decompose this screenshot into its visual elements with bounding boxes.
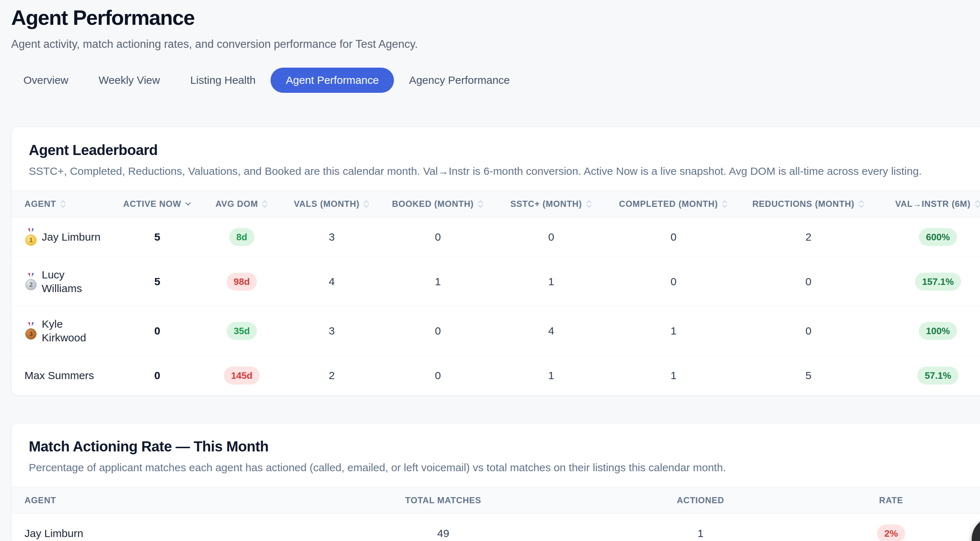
- vals-value: 2: [288, 356, 375, 396]
- page-title: Agent Performance: [11, 5, 980, 30]
- column-header-booked-month[interactable]: BOOKED (MONTH): [375, 191, 501, 217]
- avg-dom-badge: 35d: [227, 322, 257, 340]
- sort-icon: [262, 199, 268, 208]
- completed-value: 0: [601, 217, 745, 257]
- actioning-description: Percentage of applicant matches each age…: [29, 460, 980, 475]
- active-now-value: 5: [119, 217, 195, 257]
- active-now-value: 0: [119, 356, 195, 396]
- sort-icon: [477, 199, 484, 208]
- tab-agency-performance[interactable]: Agency Performance: [394, 68, 525, 93]
- gold-medal-icon: 1: [24, 228, 37, 246]
- agent-name: Lucy Williams: [42, 268, 105, 295]
- vals-value: 3: [288, 217, 375, 257]
- actioned-value: 1: [623, 514, 778, 541]
- reductions-value: 2: [745, 217, 871, 257]
- agent-name: Jay Limburn: [11, 514, 263, 541]
- column-header-actioned: ACTIONED: [623, 487, 778, 514]
- column-header-agent: AGENT: [11, 487, 263, 514]
- column-header-sstc-month[interactable]: SSTC+ (MONTH): [501, 191, 601, 217]
- rate-badge: 2%: [877, 525, 905, 541]
- leaderboard-table: AGENT ACTIVE NOW AVG DOM: [11, 191, 980, 395]
- booked-value: 0: [375, 356, 501, 396]
- reductions-value: 5: [745, 356, 871, 396]
- column-header-reductions-month[interactable]: REDUCTIONS (MONTH): [745, 191, 871, 217]
- column-header-agent[interactable]: AGENT: [11, 191, 119, 217]
- sort-desc-icon: [185, 201, 191, 207]
- table-row: Max Summers 0 145d 2 0 1 1 5 57.1%: [11, 356, 980, 396]
- val-instr-badge: 57.1%: [917, 366, 958, 385]
- sort-icon: [60, 199, 66, 208]
- agent-name: Jay Limburn: [42, 230, 100, 244]
- actioning-header-row: AGENT TOTAL MATCHES ACTIONED RATE: [11, 487, 980, 514]
- sort-icon: [586, 199, 592, 208]
- sstc-value: 4: [501, 307, 601, 356]
- active-now-value: 0: [119, 307, 195, 356]
- sort-icon: [858, 199, 864, 208]
- reductions-value: 0: [745, 257, 871, 307]
- tab-overview[interactable]: Overview: [8, 68, 83, 93]
- sstc-value: 0: [501, 217, 601, 257]
- page-subtitle: Agent activity, match actioning rates, a…: [11, 37, 980, 52]
- vals-value: 4: [288, 257, 375, 307]
- val-instr-badge: 600%: [919, 228, 957, 246]
- view-tabs: Overview Weekly View Listing Health Agen…: [8, 68, 980, 93]
- leaderboard-header-row: AGENT ACTIVE NOW AVG DOM: [11, 191, 980, 217]
- avg-dom-badge: 98d: [227, 273, 257, 291]
- actioning-title: Match Actioning Rate — This Month: [29, 439, 980, 455]
- bronze-medal-icon: 3: [24, 322, 37, 340]
- booked-value: 0: [375, 307, 501, 356]
- agent-name: Max Summers: [24, 369, 94, 382]
- vals-value: 3: [288, 307, 375, 356]
- agent-name: Kyle Kirkwood: [42, 317, 105, 345]
- column-header-avg-dom[interactable]: AVG DOM: [195, 191, 288, 217]
- leaderboard-description: SSTC+, Completed, Reductions, Valuations…: [29, 164, 980, 178]
- completed-value: 1: [601, 356, 745, 396]
- column-header-val-instr[interactable]: VAL→INSTR (6M): [871, 191, 980, 217]
- column-header-completed-month[interactable]: COMPLETED (MONTH): [601, 191, 745, 217]
- booked-value: 0: [375, 217, 501, 257]
- agent-leaderboard-card: Agent Leaderboard SSTC+, Completed, Redu…: [11, 127, 980, 396]
- table-row: 3 Kyle Kirkwood 0 35d 3 0 4 1 0 100%: [11, 307, 980, 356]
- sort-icon: [974, 199, 980, 208]
- val-instr-badge: 100%: [919, 322, 957, 340]
- avg-dom-badge: 145d: [224, 366, 259, 385]
- val-instr-badge: 157.1%: [915, 273, 961, 291]
- column-header-vals-month[interactable]: VALS (MONTH): [288, 191, 375, 217]
- sort-icon: [363, 199, 369, 208]
- table-row: Jay Limburn 49 1 2%: [11, 514, 980, 541]
- tab-agent-performance[interactable]: Agent Performance: [270, 68, 394, 93]
- agent-performance-page: Agent Performance Agent activity, match …: [0, 0, 980, 541]
- completed-value: 1: [601, 307, 745, 356]
- tab-listing-health[interactable]: Listing Health: [175, 68, 271, 93]
- completed-value: 0: [601, 257, 745, 307]
- match-actioning-card: Match Actioning Rate — This Month Percen…: [11, 423, 980, 541]
- avg-dom-badge: 8d: [229, 228, 255, 246]
- silver-medal-icon: 2: [24, 273, 37, 290]
- sstc-value: 1: [501, 257, 601, 307]
- leaderboard-title: Agent Leaderboard: [29, 142, 980, 158]
- total-matches-value: 49: [263, 514, 623, 541]
- column-header-active-now[interactable]: ACTIVE NOW: [119, 191, 195, 217]
- actioning-table: AGENT TOTAL MATCHES ACTIONED RATE Jay Li…: [11, 487, 980, 541]
- active-now-value: 5: [119, 257, 195, 307]
- sstc-value: 1: [501, 356, 601, 396]
- sort-icon: [721, 199, 728, 208]
- reductions-value: 0: [745, 307, 871, 356]
- table-row: 2 Lucy Williams 5 98d 4 1 1 0 0 157.1%: [11, 257, 980, 307]
- column-header-total-matches: TOTAL MATCHES: [263, 487, 623, 514]
- booked-value: 1: [375, 257, 501, 307]
- table-row: 1 Jay Limburn 5 8d 3 0 0 0 2 600%: [11, 217, 980, 257]
- column-header-rate: RATE: [778, 487, 980, 514]
- tab-weekly-view[interactable]: Weekly View: [83, 68, 175, 93]
